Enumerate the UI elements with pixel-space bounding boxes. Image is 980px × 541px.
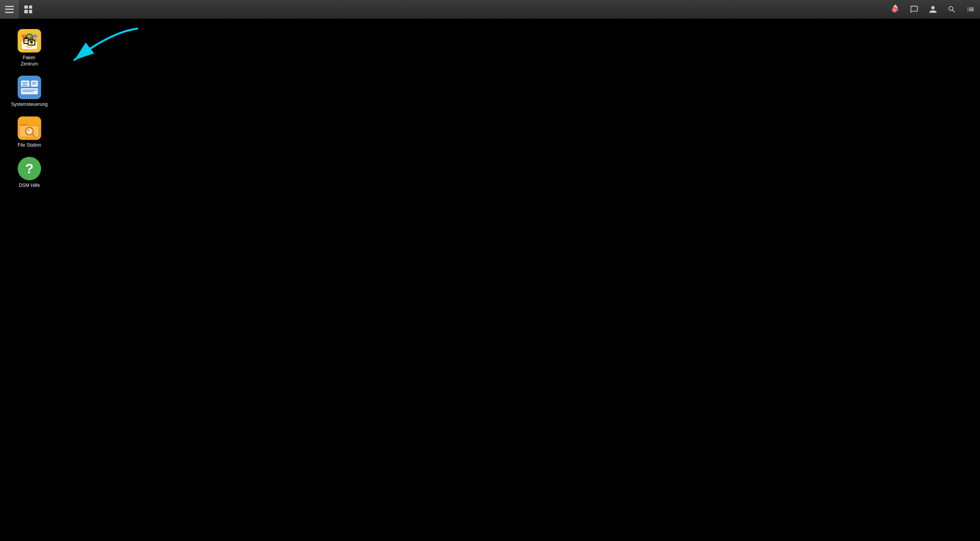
task-manager-icon [966, 5, 975, 14]
notifications-button[interactable]: 1 [886, 0, 905, 19]
svg-rect-19 [22, 91, 34, 92]
search-icon [947, 5, 956, 14]
file-station-icon[interactable]: File Station [12, 114, 47, 151]
paket-zentrum-icon[interactable]: Paket-Zentrum [12, 27, 47, 69]
dsm-hilfe-icon[interactable]: ? DSM Hilfe [12, 154, 47, 191]
svg-rect-14 [22, 84, 27, 85]
user-button[interactable] [924, 0, 942, 19]
svg-rect-12 [21, 88, 38, 94]
app-grid-icon [24, 5, 32, 13]
icons-column: Paket-Zentrum [12, 27, 47, 191]
svg-rect-17 [32, 84, 36, 85]
user-icon [929, 5, 937, 14]
search-button[interactable] [942, 0, 961, 19]
svg-point-5 [31, 43, 33, 45]
taskbar-right: 1 [886, 0, 980, 19]
nas-menu-icon [5, 6, 14, 13]
svg-text:?: ? [25, 161, 33, 176]
desktop: Paket-Zentrum [0, 19, 980, 541]
systemsteuerung-image [18, 76, 41, 99]
app-grid-button[interactable] [19, 0, 38, 19]
dsm-hilfe-label: DSM Hilfe [19, 183, 40, 189]
svg-rect-7 [28, 35, 32, 38]
svg-rect-8 [33, 35, 37, 38]
systemsteuerung-label: Systemsteuerung [11, 102, 47, 108]
notification-bell-icon: 1 [891, 4, 900, 15]
file-station-label: File Station [18, 142, 41, 149]
svg-point-23 [27, 129, 32, 134]
dsm-hilfe-image: ? [18, 157, 41, 180]
taskbar: 1 [0, 0, 980, 19]
svg-rect-13 [22, 82, 28, 83]
svg-rect-2 [22, 38, 37, 49]
task-manager-button[interactable] [961, 0, 980, 19]
file-station-image [18, 116, 41, 140]
svg-point-24 [28, 130, 29, 131]
svg-rect-15 [22, 85, 28, 86]
notification-badge: 1 [892, 7, 897, 13]
svg-rect-6 [22, 35, 27, 38]
arrow-annotation [39, 25, 141, 72]
svg-rect-3 [22, 38, 37, 42]
nas-menu-button[interactable] [0, 0, 19, 19]
svg-rect-18 [22, 90, 37, 91]
paket-zentrum-label: Paket-Zentrum [21, 55, 38, 67]
paket-zentrum-image [18, 29, 41, 53]
chat-button[interactable] [905, 0, 924, 19]
svg-point-4 [26, 43, 28, 45]
chat-icon [910, 5, 918, 14]
svg-rect-9 [18, 76, 41, 99]
taskbar-left [0, 0, 886, 19]
systemsteuerung-icon[interactable]: Systemsteuerung [12, 73, 47, 110]
svg-rect-16 [32, 82, 37, 83]
